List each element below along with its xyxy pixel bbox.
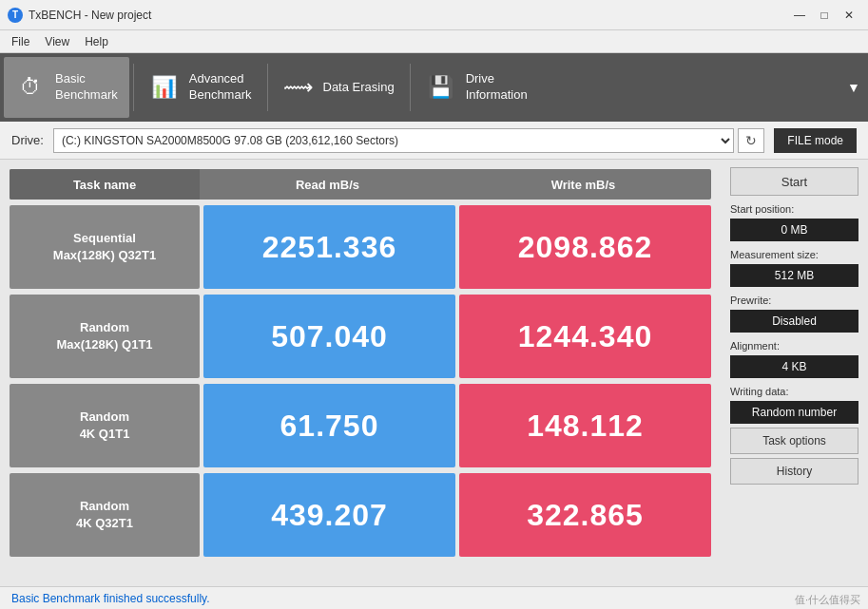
bench-label-0: SequentialMax(128K) Q32T1 xyxy=(10,205,200,289)
bench-label-2: Random4K Q1T1 xyxy=(10,384,200,467)
bench-label-1: RandomMax(128K) Q1T1 xyxy=(10,295,200,378)
bench-label-3: Random4K Q32T1 xyxy=(10,473,200,557)
measurement-size-label: Measurement size: xyxy=(730,249,858,260)
drive-label: Drive: xyxy=(11,133,44,147)
toolbar-separator-3 xyxy=(410,64,411,111)
bench-write-3: 322.865 xyxy=(459,473,711,557)
task-options-button[interactable]: Task options xyxy=(730,428,858,454)
close-button[interactable]: ✕ xyxy=(838,5,860,26)
status-text: Basic Benchmark finished successfully. xyxy=(11,592,210,605)
file-mode-button[interactable]: FILE mode xyxy=(774,128,857,153)
writing-data-label: Writing data: xyxy=(730,386,858,397)
history-button[interactable]: History xyxy=(730,458,858,485)
data-erasing-label: Data Erasing xyxy=(323,80,395,96)
title-bar-controls: — □ ✕ xyxy=(788,5,860,26)
menu-view[interactable]: View xyxy=(37,33,77,50)
bench-read-2: 61.750 xyxy=(203,384,455,467)
maximize-button[interactable]: □ xyxy=(813,5,836,26)
right-panel: Start Start position: 0 MB Measurement s… xyxy=(721,160,868,586)
toolbar: ⏱ BasicBenchmark 📊 AdvancedBenchmark ⟿ D… xyxy=(0,53,868,122)
start-button[interactable]: Start xyxy=(730,167,858,196)
advanced-benchmark-icon: 📊 xyxy=(149,72,180,103)
bench-row-1: RandomMax(128K) Q1T1 507.040 1244.340 xyxy=(10,295,711,378)
toolbar-data-erasing[interactable]: ⟿ Data Erasing xyxy=(272,57,406,118)
drive-info-label: DriveInformation xyxy=(466,71,528,104)
bench-read-3: 439.207 xyxy=(203,473,455,557)
prewrite-label: Prewrite: xyxy=(730,295,858,306)
prewrite-value: Disabled xyxy=(730,310,858,333)
alignment-label: Alignment: xyxy=(730,340,858,352)
app-icon: T xyxy=(8,8,23,23)
drive-select-wrapper: (C:) KINGSTON SA2000M8500G 97.08 GB (203… xyxy=(53,128,764,153)
start-position-value: 0 MB xyxy=(730,219,858,241)
drive-bar: Drive: (C:) KINGSTON SA2000M8500G 97.08 … xyxy=(0,122,868,160)
bench-row-2: Random4K Q1T1 61.750 148.112 xyxy=(10,384,711,467)
table-header: Task name Read mB/s Write mB/s xyxy=(10,169,711,200)
menu-file[interactable]: File xyxy=(4,33,37,50)
advanced-benchmark-label: AdvancedBenchmark xyxy=(189,71,252,104)
title-bar-text: TxBENCH - New project xyxy=(29,9,788,22)
bench-read-0: 2251.336 xyxy=(203,205,455,289)
drive-select[interactable]: (C:) KINGSTON SA2000M8500G 97.08 GB (203… xyxy=(53,128,734,153)
toolbar-basic-benchmark[interactable]: ⏱ BasicBenchmark xyxy=(4,57,129,118)
drive-info-icon: 💾 xyxy=(426,72,456,103)
bench-write-0: 2098.862 xyxy=(459,205,711,289)
benchmark-area: Task name Read mB/s Write mB/s Sequentia… xyxy=(0,160,721,586)
toolbar-separator-1 xyxy=(133,64,134,111)
alignment-value: 4 KB xyxy=(730,355,858,378)
toolbar-dropdown-btn[interactable]: ▼ xyxy=(843,57,864,118)
basic-benchmark-label: BasicBenchmark xyxy=(55,71,118,104)
menu-help[interactable]: Help xyxy=(77,33,116,50)
bench-write-1: 1244.340 xyxy=(459,295,711,378)
data-erasing-icon: ⟿ xyxy=(283,72,314,103)
basic-benchmark-icon: ⏱ xyxy=(15,72,46,103)
writing-data-value: Random number xyxy=(730,401,858,424)
main-content: Task name Read mB/s Write mB/s Sequentia… xyxy=(0,160,868,586)
toolbar-separator-2 xyxy=(267,64,268,111)
toolbar-advanced-benchmark[interactable]: 📊 AdvancedBenchmark xyxy=(138,57,263,118)
title-bar: T TxBENCH - New project — □ ✕ xyxy=(0,0,868,30)
bench-read-1: 507.040 xyxy=(203,295,455,378)
start-position-label: Start position: xyxy=(730,203,858,215)
bench-row-0: SequentialMax(128K) Q32T1 2251.336 2098.… xyxy=(10,205,711,289)
measurement-size-value: 512 MB xyxy=(730,264,858,287)
toolbar-drive-info[interactable]: 💾 DriveInformation xyxy=(415,57,539,118)
menu-bar: File View Help xyxy=(0,30,868,53)
col-taskname: Task name xyxy=(10,169,200,200)
col-write: Write mB/s xyxy=(455,169,711,200)
minimize-button[interactable]: — xyxy=(788,5,811,26)
drive-refresh-button[interactable]: ↻ xyxy=(738,128,764,153)
bench-write-2: 148.112 xyxy=(459,384,711,467)
col-read: Read mB/s xyxy=(200,169,455,200)
status-bar: Basic Benchmark finished successfully. xyxy=(0,586,868,609)
bench-row-3: Random4K Q32T1 439.207 322.865 xyxy=(10,473,711,557)
